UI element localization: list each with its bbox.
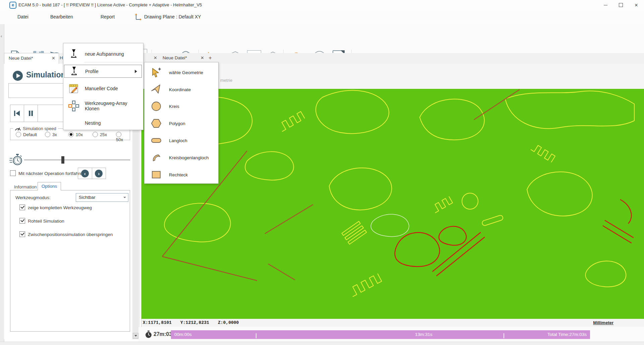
menu-datei[interactable]: Datei bbox=[17, 14, 28, 19]
speed-slider-track[interactable] bbox=[24, 160, 130, 160]
continue-next-operation-checkbox[interactable]: Mit nächster Operation fortfahren bbox=[10, 170, 85, 176]
maximize-button[interactable] bbox=[613, 0, 629, 10]
pause-icon bbox=[28, 110, 33, 116]
menu-item-neue-aufspannung[interactable]: neue Aufspannung bbox=[63, 47, 143, 61]
collapse-panel-icon: ‹ bbox=[1, 34, 2, 39]
plunge-tool-icon bbox=[68, 48, 79, 60]
pause-button[interactable] bbox=[24, 105, 38, 122]
menu-item-profile[interactable]: Profile bbox=[64, 65, 142, 78]
speed-default-radio[interactable]: Default bbox=[16, 132, 37, 137]
ecam-window: e ECAM 5.0 - build 187 - [ !! PREVIEW !!… bbox=[0, 0, 644, 345]
timeline-tick-2 bbox=[504, 333, 504, 338]
rectangle-shape-icon bbox=[151, 169, 162, 180]
menu-item-werkzeugweg-array-klonen[interactable]: Werkzeugweg-Array Klonen bbox=[63, 99, 143, 113]
speedometer-icon bbox=[15, 126, 21, 131]
prev-operation-button[interactable]: ‹ bbox=[78, 168, 92, 179]
tab-options[interactable]: Options bbox=[38, 182, 61, 190]
timeline-mid-label: 13m:31s bbox=[415, 332, 432, 337]
speed-slider-thumb[interactable] bbox=[61, 156, 64, 164]
submenu-item-polygon[interactable]: Polygon bbox=[144, 117, 218, 130]
options-tab-panel: Werkzeugmodus: Sichtbar zeige kompletten… bbox=[10, 190, 130, 332]
scrollbar-down-button[interactable] bbox=[133, 333, 138, 339]
speed-10x-radio[interactable]: 10x bbox=[68, 132, 83, 137]
units-link[interactable]: Millimeter bbox=[593, 320, 613, 325]
werkzeugmodus-label: Werkzeugmodus: bbox=[15, 195, 51, 200]
elapsed-stopwatch-icon bbox=[145, 331, 152, 340]
menu-bearbeiten[interactable]: Bearbeiten bbox=[50, 14, 73, 19]
speed-25x-radio[interactable]: 25x bbox=[93, 132, 107, 137]
minimize-button[interactable] bbox=[598, 0, 613, 10]
menu-report[interactable]: Report bbox=[101, 14, 115, 19]
menubar: Datei Bearbeiten Report Drawing Plane : … bbox=[0, 10, 644, 24]
coordinate-bar: X:1171,8101 Y:1212,8231 Z:0,0000 Millime… bbox=[141, 319, 644, 327]
speed-legend: Simulation speed bbox=[23, 126, 56, 131]
panel-tab-neue-datei[interactable]: Neue Datei* ✕ bbox=[4, 53, 59, 64]
stopwatch-icon bbox=[9, 153, 23, 168]
array-clone-icon bbox=[68, 100, 79, 112]
prev-arrow-icon: ‹ bbox=[81, 170, 89, 177]
ghost-text: metrie bbox=[220, 78, 232, 83]
timeline-start-label: 00m:00s bbox=[174, 332, 192, 337]
submenu-item-langloch[interactable]: Langloch bbox=[144, 134, 218, 147]
select-geometry-cursor-icon bbox=[151, 67, 162, 78]
titlebar: e ECAM 5.0 - build 187 - [ !! PREVIEW !!… bbox=[0, 0, 644, 10]
speed-3x-radio[interactable]: 3x bbox=[45, 132, 57, 137]
panel-tab-close-icon[interactable]: ✕ bbox=[52, 56, 55, 61]
canvas-tab-label[interactable]: Neue Datei* bbox=[163, 55, 187, 60]
panel-tab-2-partial[interactable]: H bbox=[60, 55, 63, 60]
show-full-toolpath-checkbox[interactable]: zeige kompletten Werkzeugweg bbox=[19, 205, 92, 210]
plunge-tool-icon bbox=[68, 66, 80, 77]
skip-to-start-button[interactable] bbox=[10, 105, 24, 122]
operation-nav-buttons: ‹ › bbox=[78, 168, 106, 179]
stock-simulation-checkbox[interactable]: Rohteil Simulation bbox=[19, 218, 64, 224]
coordinate-shape-icon bbox=[151, 84, 162, 95]
timeline-progress-bar[interactable]: 00m:00s 13m:31s Total Time:27m:03s bbox=[171, 330, 590, 339]
toolpath-dropdown-menu: neue Aufspannung Profile bbox=[63, 43, 143, 130]
scroll-down-icon bbox=[134, 335, 137, 338]
speed-50x-radio[interactable]: 50x bbox=[116, 132, 127, 142]
coord-y: Y:1212,8231 bbox=[180, 320, 209, 325]
drawing-plane-control[interactable]: Drawing Plane : Default XY bbox=[144, 14, 201, 19]
close-button[interactable]: ✕ bbox=[629, 0, 644, 10]
menu-item-nesting[interactable]: Nesting bbox=[63, 116, 143, 130]
simulation-timeline-bar: 27m:03s 00m:00s 13m:31s Total Time:27m:0… bbox=[138, 327, 644, 342]
submenu-arrow-icon bbox=[135, 70, 139, 73]
timeline-total-label: Total Time:27m:03s bbox=[547, 332, 587, 337]
skip-intermediate-positions-checkbox[interactable]: Zwischenpositionssimulation überspringen bbox=[19, 231, 113, 237]
next-operation-button[interactable]: › bbox=[92, 168, 106, 179]
menu-item-manueller-code[interactable]: Manueller Code bbox=[63, 82, 143, 95]
submenu-item-kreis[interactable]: Kreis bbox=[144, 100, 218, 113]
skip-to-start-icon bbox=[14, 110, 20, 116]
slot-shape-icon bbox=[151, 135, 162, 146]
coord-z: Z:0,0000 bbox=[218, 320, 239, 325]
close-icon: ✕ bbox=[635, 3, 638, 8]
geometry-submenu: wähle Geometrie Koordinate Kreis bbox=[144, 62, 219, 184]
panel-tab-label: Neue Datei* bbox=[9, 56, 33, 61]
next-arrow-icon: › bbox=[95, 170, 103, 177]
submenu-item-waehle-geometrie[interactable]: wähle Geometrie bbox=[144, 66, 218, 79]
polygon-shape-icon bbox=[151, 118, 162, 129]
coord-x: X:1171,8101 bbox=[143, 320, 172, 325]
submenu-item-rechteck[interactable]: Rechteck bbox=[144, 168, 218, 181]
app-logo-icon: e bbox=[9, 2, 16, 9]
new-tab-button[interactable]: + bbox=[209, 55, 212, 61]
maximize-icon bbox=[619, 3, 623, 7]
simulation-title: Simulation bbox=[26, 70, 66, 79]
notepad-icon bbox=[68, 83, 79, 94]
drawing-plane-axis-icon bbox=[134, 13, 141, 22]
arc-slot-shape-icon bbox=[151, 152, 162, 163]
window-title: ECAM 5.0 - build 187 - [ !! PREVIEW !! ]… bbox=[18, 2, 202, 7]
window-bottom-edge bbox=[0, 342, 644, 345]
select-caret-icon bbox=[123, 197, 126, 199]
submenu-item-koordinate[interactable]: Koordinate bbox=[144, 83, 218, 96]
canvas-tab-close-left-icon[interactable]: ✕ bbox=[154, 55, 157, 60]
timeline-tick-1 bbox=[256, 333, 256, 338]
werkzeugmodus-select[interactable]: Sichtbar bbox=[76, 193, 128, 202]
tab-information[interactable]: Information bbox=[14, 184, 37, 189]
canvas-tab-close-icon[interactable]: ✕ bbox=[200, 55, 204, 60]
menu-separator bbox=[84, 62, 142, 62]
submenu-item-kreisbogenlangloch[interactable]: Kreisbogenlangloch bbox=[144, 151, 218, 164]
simulation-play-icon bbox=[12, 70, 23, 82]
circle-shape-icon bbox=[151, 101, 162, 112]
minimize-icon bbox=[604, 5, 607, 5]
